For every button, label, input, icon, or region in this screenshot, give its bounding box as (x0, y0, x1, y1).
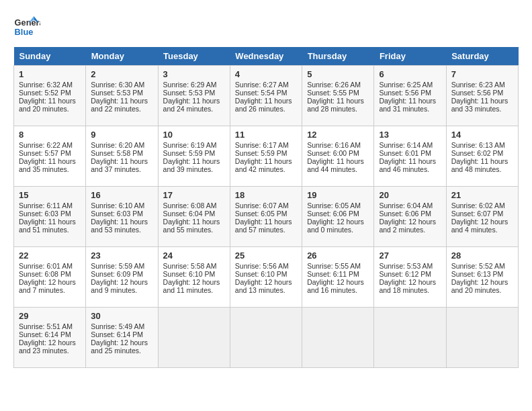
logo-icon: General Blue (13, 13, 40, 40)
day-info: and 7 minutes. (19, 286, 81, 294)
day-number: 9 (91, 130, 152, 140)
day-info: Sunset: 6:12 PM (379, 270, 441, 278)
logo: General Blue (13, 13, 40, 40)
day-cell: 7Sunrise: 6:23 AMSunset: 5:56 PMDaylight… (446, 66, 518, 126)
day-info: Sunset: 5:56 PM (379, 89, 441, 97)
day-info: Sunrise: 6:25 AM (379, 81, 441, 89)
day-number: 14 (451, 130, 513, 140)
day-cell: 15Sunrise: 6:11 AMSunset: 6:03 PMDayligh… (14, 187, 86, 247)
day-info: Daylight: 11 hours (307, 157, 369, 165)
day-info: Sunrise: 6:30 AM (91, 81, 152, 89)
day-number: 6 (379, 69, 441, 79)
day-info: Sunset: 6:14 PM (91, 330, 152, 338)
day-cell: 29Sunrise: 5:51 AMSunset: 6:14 PMDayligh… (14, 308, 86, 368)
col-header-friday: Friday (374, 47, 446, 66)
day-info: and 57 minutes. (235, 226, 297, 234)
calendar-table: SundayMondayTuesdayWednesdayThursdayFrid… (13, 47, 519, 368)
day-cell: 14Sunrise: 6:13 AMSunset: 6:02 PMDayligh… (446, 126, 518, 187)
day-info: and 37 minutes. (91, 165, 152, 173)
day-info: Sunrise: 5:58 AM (163, 262, 225, 270)
day-info: Sunset: 5:53 PM (91, 89, 152, 97)
day-info: Sunset: 5:55 PM (307, 89, 369, 97)
day-info: Sunset: 5:58 PM (91, 149, 152, 157)
day-cell: 19Sunrise: 6:05 AMSunset: 6:06 PMDayligh… (302, 187, 374, 247)
day-info: Sunrise: 6:14 AM (379, 141, 441, 149)
day-number: 24 (163, 250, 225, 261)
day-info: Sunrise: 6:26 AM (307, 81, 369, 89)
day-info: Daylight: 11 hours (235, 97, 297, 105)
day-info: and 0 minutes. (307, 226, 369, 234)
day-info: Sunrise: 6:19 AM (163, 141, 225, 149)
day-info: and 18 minutes. (379, 286, 441, 294)
day-info: and 28 minutes. (307, 105, 369, 113)
col-header-tuesday: Tuesday (158, 47, 230, 66)
day-cell: 21Sunrise: 6:02 AMSunset: 6:07 PMDayligh… (446, 187, 518, 247)
day-info: Daylight: 11 hours (163, 218, 225, 226)
day-info: and 13 minutes. (235, 286, 297, 294)
day-info: Daylight: 12 hours (307, 218, 369, 226)
day-info: and 9 minutes. (91, 286, 152, 294)
day-cell: 17Sunrise: 6:08 AMSunset: 6:04 PMDayligh… (158, 187, 230, 247)
day-cell: 5Sunrise: 6:26 AMSunset: 5:55 PMDaylight… (302, 66, 374, 126)
day-info: Sunrise: 6:04 AM (379, 201, 441, 210)
day-info: Sunrise: 5:56 AM (235, 262, 297, 270)
day-info: Sunset: 5:52 PM (19, 89, 81, 97)
day-cell (230, 308, 302, 368)
day-info: Sunset: 6:06 PM (307, 210, 369, 218)
week-row-2: 8Sunrise: 6:22 AMSunset: 5:57 PMDaylight… (14, 126, 519, 187)
day-info: Sunrise: 5:52 AM (451, 262, 513, 270)
day-info: Daylight: 12 hours (91, 338, 152, 347)
day-cell (446, 308, 518, 368)
day-cell: 2Sunrise: 6:30 AMSunset: 5:53 PMDaylight… (86, 66, 158, 126)
day-info: Sunset: 5:57 PM (19, 149, 81, 157)
day-cell (374, 308, 446, 368)
day-number: 20 (379, 190, 441, 200)
day-info: Sunset: 5:53 PM (163, 89, 225, 97)
day-info: Daylight: 11 hours (379, 97, 441, 105)
day-number: 28 (451, 250, 513, 261)
day-cell: 4Sunrise: 6:27 AMSunset: 5:54 PMDaylight… (230, 66, 302, 126)
day-info: and 2 minutes. (379, 226, 441, 234)
day-info: Sunrise: 6:23 AM (451, 81, 513, 89)
day-info: Daylight: 12 hours (19, 278, 81, 286)
day-info: Sunset: 6:14 PM (19, 330, 81, 338)
day-cell: 27Sunrise: 5:53 AMSunset: 6:12 PMDayligh… (374, 247, 446, 308)
day-info: and 23 minutes. (19, 347, 81, 355)
day-info: Sunset: 6:10 PM (163, 270, 225, 278)
day-info: Daylight: 11 hours (91, 157, 152, 165)
day-number: 15 (19, 190, 81, 200)
day-info: Sunset: 6:05 PM (235, 210, 297, 218)
day-number: 12 (307, 130, 369, 140)
day-info: and 48 minutes. (451, 165, 513, 173)
day-info: and 11 minutes. (163, 286, 225, 294)
day-info: Sunrise: 6:16 AM (307, 141, 369, 149)
day-info: Sunset: 6:11 PM (307, 270, 369, 278)
day-info: Sunrise: 6:05 AM (307, 201, 369, 210)
day-info: Sunrise: 6:01 AM (19, 262, 81, 270)
day-cell: 23Sunrise: 5:59 AMSunset: 6:09 PMDayligh… (86, 247, 158, 308)
day-cell: 9Sunrise: 6:20 AMSunset: 5:58 PMDaylight… (86, 126, 158, 187)
day-info: and 33 minutes. (451, 105, 513, 113)
day-info: Daylight: 12 hours (379, 218, 441, 226)
day-info: Daylight: 11 hours (235, 218, 297, 226)
day-info: Daylight: 12 hours (235, 278, 297, 286)
day-info: Daylight: 12 hours (307, 278, 369, 286)
day-info: Sunset: 5:56 PM (451, 89, 513, 97)
day-info: Sunset: 6:07 PM (451, 210, 513, 218)
day-info: and 20 minutes. (451, 286, 513, 294)
day-info: Daylight: 11 hours (451, 97, 513, 105)
day-cell: 13Sunrise: 6:14 AMSunset: 6:01 PMDayligh… (374, 126, 446, 187)
day-cell: 1Sunrise: 6:32 AMSunset: 5:52 PMDaylight… (14, 66, 86, 126)
day-info: Daylight: 12 hours (163, 278, 225, 286)
day-number: 7 (451, 69, 513, 79)
day-number: 19 (307, 190, 369, 200)
col-header-thursday: Thursday (302, 47, 374, 66)
col-header-sunday: Sunday (14, 47, 86, 66)
day-number: 1 (19, 69, 81, 79)
day-info: Sunrise: 6:27 AM (235, 81, 297, 89)
day-number: 10 (163, 130, 225, 140)
day-info: Daylight: 12 hours (91, 278, 152, 286)
col-header-saturday: Saturday (446, 47, 518, 66)
day-number: 21 (451, 190, 513, 200)
day-cell: 6Sunrise: 6:25 AMSunset: 5:56 PMDaylight… (374, 66, 446, 126)
